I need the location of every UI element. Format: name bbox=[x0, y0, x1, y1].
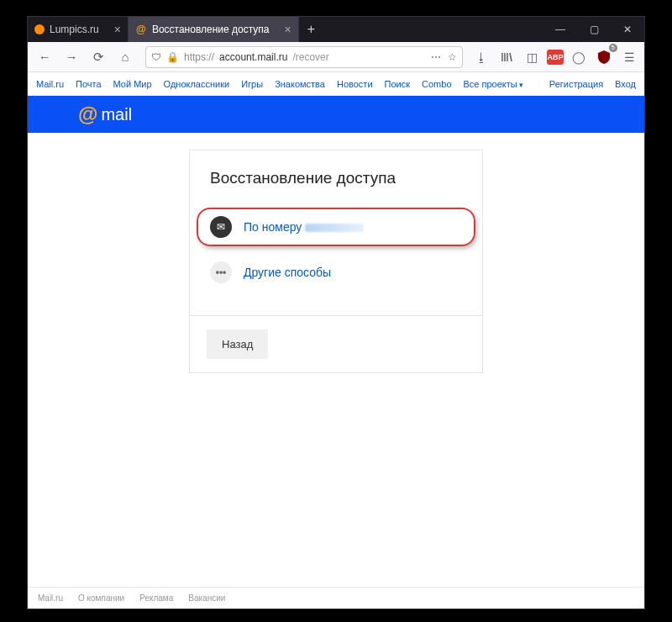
recovery-card: Восстановление доступа ✉ По номеру ••• Д… bbox=[189, 150, 483, 373]
nav-register[interactable]: Регистрация bbox=[549, 79, 603, 89]
card-footer: Назад bbox=[190, 315, 482, 372]
svg-line-3 bbox=[510, 53, 512, 61]
bookmark-icon[interactable]: ☆ bbox=[448, 51, 457, 63]
nav-dating[interactable]: Знакомства bbox=[275, 79, 325, 89]
url-bar[interactable]: 🛡 🔒 https://account.mail.ru/recover ⋯ ☆ bbox=[145, 46, 463, 68]
close-window-button[interactable]: ✕ bbox=[611, 17, 644, 42]
logo-text: mail bbox=[101, 105, 132, 124]
option-other-ways[interactable]: ••• Другие способы bbox=[190, 250, 482, 295]
nav-news[interactable]: Новости bbox=[337, 79, 373, 89]
home-button[interactable]: ⌂ bbox=[113, 45, 137, 69]
nav-ok[interactable]: Одноклассники bbox=[164, 79, 230, 89]
footer-ads[interactable]: Реклама bbox=[139, 593, 173, 603]
window-controls: — ▢ ✕ bbox=[543, 17, 644, 42]
sms-icon: ✉ bbox=[210, 216, 232, 238]
menu-button[interactable]: ☰ bbox=[619, 47, 639, 67]
account-button[interactable]: ◯ bbox=[569, 47, 589, 67]
mail-logo[interactable]: @ mail bbox=[78, 103, 132, 126]
footer-about[interactable]: О компании bbox=[78, 593, 124, 603]
url-scheme: https:// bbox=[184, 51, 214, 63]
option-by-phone-label: По номеру bbox=[244, 220, 364, 234]
nav-all-projects[interactable]: Все проекты bbox=[464, 79, 524, 89]
nav-mymir[interactable]: Мой Мир bbox=[113, 79, 152, 89]
nav-games[interactable]: Игры bbox=[241, 79, 263, 89]
tab-lumpics[interactable]: Lumpics.ru × bbox=[28, 17, 129, 42]
new-tab-button[interactable]: + bbox=[299, 17, 323, 42]
library-button[interactable] bbox=[496, 47, 517, 67]
brand-header: @ mail bbox=[28, 96, 644, 133]
downloads-button[interactable]: ⭳ bbox=[471, 47, 491, 67]
ublock-icon[interactable]: 5 bbox=[594, 47, 614, 67]
nav-combo[interactable]: Combo bbox=[422, 79, 451, 89]
sidebar-button[interactable]: ◫ bbox=[522, 47, 542, 67]
page-content: Восстановление доступа ✉ По номеру ••• Д… bbox=[28, 133, 644, 587]
favicon-mail bbox=[135, 24, 147, 35]
browser-window: Lumpics.ru × Восстановление доступа × + … bbox=[28, 17, 644, 609]
forward-button[interactable]: → bbox=[60, 45, 83, 69]
nav-login[interactable]: Вход bbox=[615, 79, 636, 89]
toolbar: ← → ⟳ ⌂ 🛡 🔒 https://account.mail.ru/reco… bbox=[28, 42, 644, 72]
tab-recovery[interactable]: Восстановление доступа × bbox=[129, 17, 299, 42]
footer-mailru[interactable]: Mail.ru bbox=[38, 593, 63, 603]
lock-icon: 🔒 bbox=[166, 51, 179, 63]
favicon-lumpics bbox=[34, 24, 45, 34]
nav-mailru[interactable]: Mail.ru bbox=[36, 79, 64, 89]
tab-label: Lumpics.ru bbox=[50, 24, 99, 35]
at-icon: @ bbox=[78, 103, 97, 126]
footer-jobs[interactable]: Вакансии bbox=[188, 593, 225, 603]
back-button-card[interactable]: Назад bbox=[207, 329, 268, 359]
option-other-label: Другие способы bbox=[244, 266, 331, 279]
url-host: account.mail.ru bbox=[219, 51, 287, 63]
page-footer: Mail.ru О компании Реклама Вакансии bbox=[28, 587, 644, 609]
maximize-button[interactable]: ▢ bbox=[577, 17, 611, 42]
mailru-nav: Mail.ru Почта Мой Мир Одноклассники Игры… bbox=[28, 72, 644, 96]
reload-button[interactable]: ⟳ bbox=[87, 45, 110, 69]
tab-label: Восстановление доступа bbox=[152, 24, 270, 35]
back-button[interactable]: ← bbox=[33, 45, 56, 69]
titlebar: Lumpics.ru × Восстановление доступа × + … bbox=[28, 17, 644, 42]
url-path: /recover bbox=[292, 51, 328, 63]
minimize-button[interactable]: — bbox=[543, 17, 577, 42]
close-icon[interactable]: × bbox=[284, 23, 291, 36]
blurred-phone bbox=[305, 224, 364, 232]
option-by-phone[interactable]: ✉ По номеру bbox=[190, 204, 482, 250]
card-title: Восстановление доступа bbox=[190, 150, 482, 204]
url-actions: ⋯ ☆ bbox=[431, 51, 457, 63]
shield-icon: 🛡 bbox=[151, 51, 161, 63]
reader-icon[interactable]: ⋯ bbox=[431, 51, 441, 63]
dots-icon: ••• bbox=[210, 261, 232, 283]
nav-search[interactable]: Поиск bbox=[385, 79, 410, 89]
ublock-count: 5 bbox=[609, 44, 617, 52]
close-icon[interactable]: × bbox=[114, 23, 121, 36]
adblock-icon[interactable]: ABP bbox=[547, 50, 564, 65]
nav-mail[interactable]: Почта bbox=[76, 79, 102, 89]
